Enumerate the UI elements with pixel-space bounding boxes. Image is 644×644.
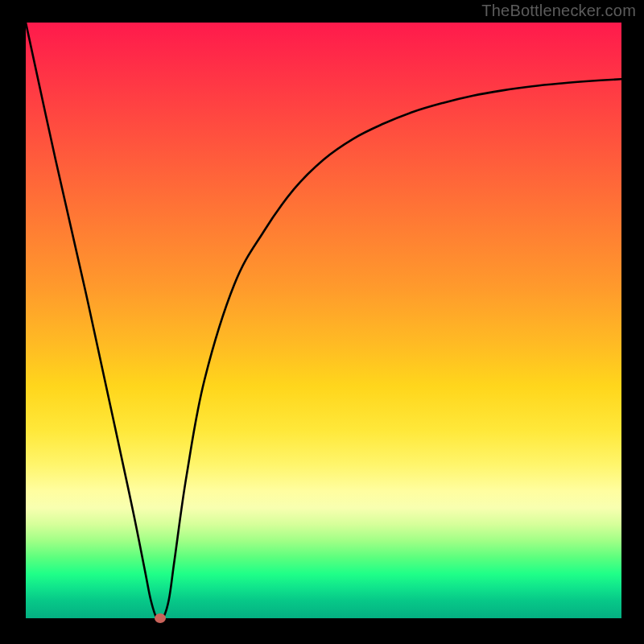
bottleneck-curve-svg (26, 23, 621, 618)
watermark-text: TheBottlenecker.com (481, 2, 636, 20)
min-marker (155, 613, 166, 623)
plot-area (26, 23, 621, 618)
bottleneck-curve-path (26, 23, 621, 618)
chart-frame: TheBottlenecker.com (0, 0, 644, 644)
